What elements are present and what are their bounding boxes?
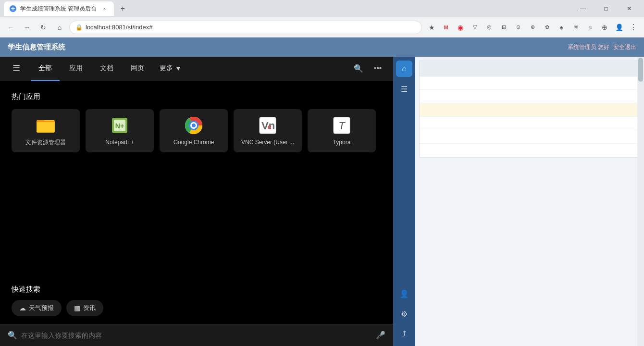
app-label-chrome: Google Chrome (173, 139, 214, 146)
address-text: localhost:8081/st/index# (86, 24, 152, 31)
app-left-sidebar: ⌂ ☰ 👤 ⚙ ⤴ (393, 57, 415, 346)
toolbar-icons: ★ M ◉ ▽ ◎ ⊞ ⊙ ⊛ ✿ ♣ ❋ ☺ ⊕ 👤 ⋮ (425, 21, 640, 34)
app-label-notepadpp: Notepad++ (105, 139, 134, 146)
address-input[interactable]: 🔒 localhost:8081/st/index# (69, 21, 422, 34)
quick-search-section: 快速搜索 ☁ 天气预报 ▦ 资讯 (0, 277, 393, 324)
weather-icon: ☁ (19, 304, 26, 312)
close-button[interactable]: ✕ (618, 1, 640, 16)
sidebar-share-icon[interactable]: ⤴ (396, 326, 412, 342)
app-card-file-manager[interactable]: 文件资源管理器 (12, 109, 80, 152)
nav-more-button[interactable]: 更多 ▼ (154, 61, 187, 75)
nav-item-docs[interactable]: 文档 (92, 60, 121, 76)
svg-text:N+: N+ (115, 122, 124, 130)
data-table (419, 61, 640, 158)
news-label: 资讯 (83, 304, 96, 312)
right-panel: ⌂ ☰ 👤 ⚙ ⤴ (393, 57, 644, 346)
svg-point-9 (192, 124, 196, 127)
app-label-typora: Typora (333, 139, 351, 146)
home-button[interactable]: ⌂ (53, 21, 66, 34)
search-icon-bottom: 🔍 (8, 331, 17, 340)
icon7[interactable]: ⊛ (526, 21, 539, 34)
icon6[interactable]: ⊙ (511, 21, 525, 34)
chrome-icon (184, 116, 203, 135)
table-header (420, 61, 640, 76)
opera-icon[interactable]: ◉ (454, 21, 467, 34)
settings-icon[interactable]: ⋮ (627, 21, 640, 34)
title-bar: 学生成绩管理系统 管理员后台 × + — □ ✕ (0, 0, 644, 17)
hot-apps-section: 热门应用 文件资源管理器 (0, 81, 393, 160)
reload-button[interactable]: ↻ (37, 21, 50, 34)
search-tag-weather[interactable]: ☁ 天气预报 (12, 300, 62, 316)
sidebar-list-icon[interactable]: ☰ (396, 81, 412, 97)
nav-item-web[interactable]: 网页 (123, 60, 152, 76)
app-main-content (415, 57, 644, 346)
table-row-3 (420, 103, 640, 117)
search-icon[interactable]: 🔍 (351, 61, 366, 76)
app-card-typora[interactable]: T Typora (308, 109, 376, 152)
quick-search-tags: ☁ 天气预报 ▦ 资讯 (12, 300, 382, 316)
new-tab-button[interactable]: + (116, 2, 129, 15)
search-input[interactable] (21, 332, 372, 339)
nav-item-apps[interactable]: 应用 (62, 60, 90, 76)
window-controls: — □ ✕ (572, 1, 640, 16)
table-row-1 (420, 76, 640, 90)
tab-favicon (10, 5, 16, 12)
back-button[interactable]: ← (4, 21, 17, 34)
newtab-nav-right: 🔍 ••• (351, 61, 385, 76)
app-title: 学生信息管理系统 (8, 43, 65, 52)
icon8[interactable]: ✿ (540, 21, 554, 34)
apps-grid: 文件资源管理器 N+ Notepad++ (12, 109, 382, 152)
file-manager-icon (36, 115, 55, 135)
hamburger-menu[interactable]: ☰ (8, 60, 25, 77)
browser-tab[interactable]: 学生成绩管理系统 管理员后台 × (4, 1, 114, 16)
extension-icon[interactable]: ⊕ (598, 21, 611, 34)
newtab-navbar: ☰ 全部 应用 文档 网页 更多 ▼ 🔍 ••• (0, 57, 393, 81)
typora-icon: T (332, 116, 351, 135)
bookmark-icon[interactable]: ★ (425, 21, 438, 34)
icon4[interactable]: ◎ (483, 21, 496, 34)
logout-link[interactable]: 安全退出 (613, 43, 636, 51)
browser-content: ☰ 全部 应用 文档 网页 更多 ▼ 🔍 ••• 热门应用 (0, 57, 644, 346)
icon9[interactable]: ♣ (555, 21, 568, 34)
tab-title: 学生成绩管理系统 管理员后台 (20, 5, 97, 13)
news-icon: ▦ (74, 304, 80, 312)
icon11[interactable]: ☺ (583, 21, 597, 34)
weather-label: 天气预报 (29, 304, 54, 312)
table-row-5 (420, 130, 640, 144)
lock-icon: 🔒 (75, 24, 83, 31)
mic-icon[interactable]: 🎤 (376, 331, 385, 340)
sidebar-user-icon[interactable]: 👤 (396, 285, 412, 302)
svg-rect-2 (37, 122, 54, 132)
app-card-notepadpp[interactable]: N+ Notepad++ (86, 109, 154, 152)
app-card-chrome[interactable]: Google Chrome (160, 109, 228, 152)
more-options-icon[interactable]: ••• (370, 61, 385, 76)
maximize-button[interactable]: □ (595, 1, 617, 16)
new-tab-page: ☰ 全部 应用 文档 网页 更多 ▼ 🔍 ••• 热门应用 (0, 57, 393, 346)
scrollbar-thumb[interactable] (638, 58, 643, 82)
icon3[interactable]: ▽ (468, 21, 482, 34)
vertical-scrollbar[interactable] (637, 57, 644, 346)
svg-text:T: T (338, 120, 346, 132)
app-label-vnc: VNC Server (User ... (241, 139, 294, 146)
search-tag-news[interactable]: ▦ 资讯 (66, 300, 103, 316)
profile-icon[interactable]: 👤 (612, 21, 626, 34)
icon10[interactable]: ❋ (569, 21, 582, 34)
quick-search-title: 快速搜索 (12, 285, 382, 294)
tab-close-button[interactable]: × (100, 5, 108, 12)
nav-item-all[interactable]: 全部 (31, 60, 60, 76)
user-label[interactable]: 系统管理员 您好 (568, 43, 609, 51)
table-row-4 (420, 117, 640, 130)
vnc-icon: Vn c (258, 116, 277, 135)
sidebar-home-icon[interactable]: ⌂ (396, 61, 412, 77)
gmail-icon[interactable]: M (439, 21, 453, 34)
notepadpp-icon: N+ (110, 116, 129, 135)
browser-frame: 学生成绩管理系统 管理员后台 × + — □ ✕ ← → ↻ ⌂ 🔒 local… (0, 0, 644, 346)
address-bar: ← → ↻ ⌂ 🔒 localhost:8081/st/index# ★ M ◉… (0, 17, 644, 37)
table-row-6 (420, 144, 640, 157)
forward-button[interactable]: → (20, 21, 34, 34)
app-label-file-manager: 文件资源管理器 (25, 138, 66, 147)
app-card-vnc[interactable]: Vn c VNC Server (User ... (234, 109, 302, 152)
minimize-button[interactable]: — (572, 1, 594, 16)
icon5[interactable]: ⊞ (497, 21, 510, 34)
sidebar-settings-icon[interactable]: ⚙ (396, 306, 412, 322)
